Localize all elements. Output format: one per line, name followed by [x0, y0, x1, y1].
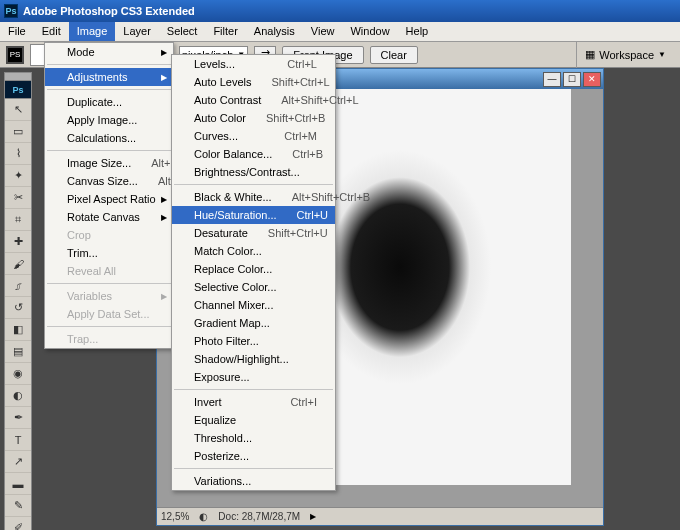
slice-tool[interactable]: ⌗	[5, 209, 31, 231]
menu-item-label: Levels...	[194, 58, 267, 70]
menu-item-label: Curves...	[194, 130, 264, 142]
menu-layer[interactable]: Layer	[115, 22, 159, 41]
menu-item-label: Gradient Map...	[194, 317, 317, 329]
close-button[interactable]: ✕	[583, 72, 601, 87]
image-menu-item-pixel-aspect-ratio[interactable]: Pixel Aspect Ratio	[45, 190, 173, 208]
image-menu-item-duplicate[interactable]: Duplicate...	[45, 93, 173, 111]
type-tool[interactable]: T	[5, 429, 31, 451]
image-menu-separator	[47, 283, 171, 284]
heal-tool[interactable]: ✚	[5, 231, 31, 253]
adjustments-submenu: Levels...Ctrl+LAuto LevelsShift+Ctrl+LAu…	[171, 54, 336, 491]
adjustments-item-auto-color[interactable]: Auto ColorShift+Ctrl+B	[172, 109, 335, 127]
menu-item-label: Crop	[67, 229, 155, 241]
adjustments-item-invert[interactable]: InvertCtrl+I	[172, 393, 335, 411]
image-menu-item-mode[interactable]: Mode	[45, 43, 173, 61]
menu-item-label: Shadow/Highlight...	[194, 353, 317, 365]
adjustments-item-threshold[interactable]: Threshold...	[172, 429, 335, 447]
adjustments-item-variations[interactable]: Variations...	[172, 472, 335, 490]
image-menu-item-trap: Trap...	[45, 330, 173, 348]
workspace-button[interactable]: ▦ Workspace ▼	[576, 42, 674, 68]
adjustments-item-shadow-highlight[interactable]: Shadow/Highlight...	[172, 350, 335, 368]
lasso-tool[interactable]: ⌇	[5, 143, 31, 165]
adjustments-item-brightness-contrast[interactable]: Brightness/Contrast...	[172, 163, 335, 181]
menu-item-label: Hue/Saturation...	[194, 209, 277, 221]
eyedrop-tool[interactable]: ✐	[5, 517, 31, 530]
image-menu-item-adjustments[interactable]: Adjustments	[45, 68, 173, 86]
image-menu-separator	[47, 150, 171, 151]
menu-item-label: Mode	[67, 46, 155, 58]
app-title: Adobe Photoshop CS3 Extended	[23, 5, 676, 17]
adjustments-item-curves[interactable]: Curves...Ctrl+M	[172, 127, 335, 145]
doc-size: Doc: 28,7M/28,7M	[218, 511, 300, 522]
adjustments-item-photo-filter[interactable]: Photo Filter...	[172, 332, 335, 350]
clear-button[interactable]: Clear	[370, 46, 418, 64]
adjustments-item-posterize[interactable]: Posterize...	[172, 447, 335, 465]
status-chevron-icon[interactable]: ▶	[310, 512, 316, 521]
workspace-icon: ▦	[585, 48, 595, 61]
image-menu-item-calculations[interactable]: Calculations...	[45, 129, 173, 147]
adjustments-item-hue-saturation[interactable]: Hue/Saturation...Ctrl+U	[172, 206, 335, 224]
stamp-tool[interactable]: ⎎	[5, 275, 31, 297]
menu-item-shortcut: Ctrl+U	[297, 209, 328, 221]
gradient-tool[interactable]: ▤	[5, 341, 31, 363]
adjustments-item-auto-contrast[interactable]: Auto ContrastAlt+Shift+Ctrl+L	[172, 91, 335, 109]
brush-tool[interactable]: 🖌	[5, 253, 31, 275]
image-menu-item-rotate-canvas[interactable]: Rotate Canvas	[45, 208, 173, 226]
path-tool[interactable]: ↗	[5, 451, 31, 473]
marquee-tool[interactable]: ▭	[5, 121, 31, 143]
blur-tool[interactable]: ◉	[5, 363, 31, 385]
menu-help[interactable]: Help	[398, 22, 437, 41]
adjustments-item-gradient-map[interactable]: Gradient Map...	[172, 314, 335, 332]
notes-tool[interactable]: ✎	[5, 495, 31, 517]
crop-tool[interactable]: ✂	[5, 187, 31, 209]
image-menu-separator	[47, 64, 171, 65]
zoom-level[interactable]: 12,5%	[161, 511, 189, 522]
menu-item-label: Adjustments	[67, 71, 155, 83]
move-tool[interactable]: ↖	[5, 99, 31, 121]
adjustments-item-levels[interactable]: Levels...Ctrl+L	[172, 55, 335, 73]
image-menu-item-trim[interactable]: Trim...	[45, 244, 173, 262]
pen-tool[interactable]: ✒	[5, 407, 31, 429]
menu-window[interactable]: Window	[342, 22, 397, 41]
adjustments-item-desaturate[interactable]: DesaturateShift+Ctrl+U	[172, 224, 335, 242]
menu-item-label: Replace Color...	[194, 263, 317, 275]
image-menu-item-apply-data-set: Apply Data Set...	[45, 305, 173, 323]
adjustments-item-selective-color[interactable]: Selective Color...	[172, 278, 335, 296]
image-menu-item-crop: Crop	[45, 226, 173, 244]
menu-item-label: Auto Color	[194, 112, 246, 124]
adjustments-item-replace-color[interactable]: Replace Color...	[172, 260, 335, 278]
menu-item-label: Duplicate...	[67, 96, 155, 108]
image-menu-item-image-size[interactable]: Image Size...Alt+Ctrl+I	[45, 154, 173, 172]
menu-image[interactable]: Image	[69, 22, 116, 41]
adjustments-item-color-balance[interactable]: Color Balance...Ctrl+B	[172, 145, 335, 163]
image-menu-item-apply-image[interactable]: Apply Image...	[45, 111, 173, 129]
adjustments-item-exposure[interactable]: Exposure...	[172, 368, 335, 386]
adjustments-item-equalize[interactable]: Equalize	[172, 411, 335, 429]
adjustments-item-black-white[interactable]: Black & White...Alt+Shift+Ctrl+B	[172, 188, 335, 206]
dodge-tool[interactable]: ◐	[5, 385, 31, 407]
menu-file[interactable]: File	[0, 22, 34, 41]
menu-select[interactable]: Select	[159, 22, 206, 41]
maximize-button[interactable]: ☐	[563, 72, 581, 87]
image-menu-item-canvas-size[interactable]: Canvas Size...Alt+Ctrl+C	[45, 172, 173, 190]
menu-item-label: Rotate Canvas	[67, 211, 155, 223]
eraser-tool[interactable]: ◧	[5, 319, 31, 341]
menu-item-label: Color Balance...	[194, 148, 272, 160]
scroll-icon[interactable]: ◐	[199, 511, 208, 522]
menu-analysis[interactable]: Analysis	[246, 22, 303, 41]
image-menu-separator	[47, 89, 171, 90]
menu-filter[interactable]: Filter	[205, 22, 245, 41]
toolbox-grip[interactable]	[5, 73, 31, 81]
menubar: FileEditImageLayerSelectFilterAnalysisVi…	[0, 22, 680, 42]
history-tool[interactable]: ↺	[5, 297, 31, 319]
menu-edit[interactable]: Edit	[34, 22, 69, 41]
menu-item-label: Exposure...	[194, 371, 317, 383]
adjustments-item-match-color[interactable]: Match Color...	[172, 242, 335, 260]
shape-tool[interactable]: ▬	[5, 473, 31, 495]
adjustments-item-auto-levels[interactable]: Auto LevelsShift+Ctrl+L	[172, 73, 335, 91]
menu-view[interactable]: View	[303, 22, 343, 41]
adjustments-item-channel-mixer[interactable]: Channel Mixer...	[172, 296, 335, 314]
menu-item-shortcut: Alt+Shift+Ctrl+L	[281, 94, 358, 106]
wand-tool[interactable]: ✦	[5, 165, 31, 187]
minimize-button[interactable]: —	[543, 72, 561, 87]
